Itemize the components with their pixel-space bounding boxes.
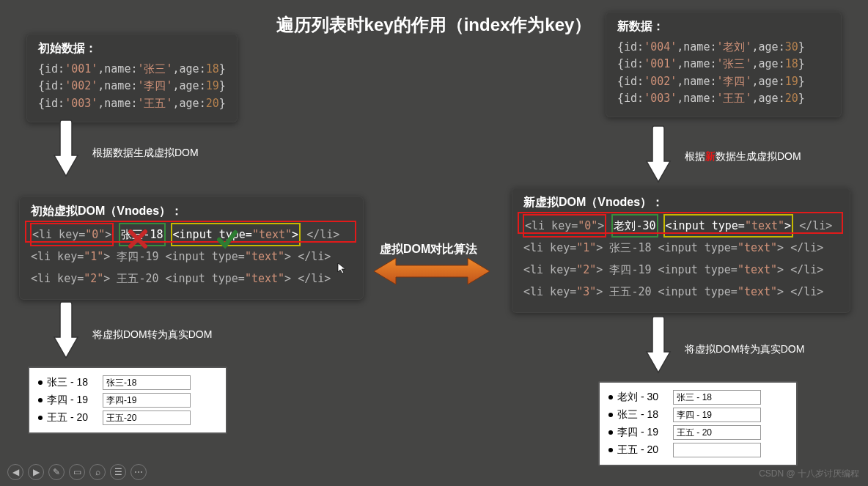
- new-data-panel: 新数据： {id:'004',name:'老刘',age:30} {id:'00…: [606, 12, 842, 117]
- initial-vdom-panel: 初始虚拟DOM（Vnodes）： <li key="0"> 张三-18 <inp…: [19, 196, 364, 300]
- watermark: CSDN @ 十八岁讨厌编程: [759, 468, 859, 480]
- pen-button[interactable]: ✎: [48, 464, 65, 480]
- vdom-line: <li key="2"> 王五-20 <input type="text"> <…: [31, 268, 352, 290]
- real-dom-right: 老刘 - 30 张三 - 18 李四 - 19 王五 - 20: [598, 381, 798, 466]
- gen-vdom-label-right: 根据新数据生成虚拟DOM: [685, 150, 801, 163]
- dom-row: 李四 - 19: [608, 424, 787, 441]
- arrow-down-icon: [645, 125, 672, 183]
- next-button[interactable]: ▶: [28, 464, 44, 480]
- dom-input[interactable]: [673, 425, 761, 440]
- vdom-line: <li key="1"> 张三-18 <input type="text"> <…: [523, 237, 839, 259]
- to-real-label: 将虚拟DOM转为真实DOM: [92, 328, 212, 342]
- new-data-title: 新数据：: [617, 19, 830, 34]
- dom-input[interactable]: [673, 443, 761, 457]
- double-arrow-icon: [374, 257, 490, 286]
- cursor-icon: [337, 262, 346, 274]
- vdom-line: <li key="3"> 王五-20 <input type="text"> <…: [523, 281, 839, 303]
- real-dom-left: 张三 - 18 李四 - 19 王五 - 20: [28, 367, 227, 434]
- frame-button[interactable]: ▭: [69, 464, 85, 480]
- new-data-row: {id:'002',name:'李四',age:19}: [617, 73, 830, 90]
- new-vdom-title: 新虚拟DOM（Vnodes）：: [523, 195, 839, 210]
- initial-data-row: {id:'001',name:'张三',age:18}: [38, 61, 226, 78]
- new-vdom-panel: 新虚拟DOM（Vnodes）： <li key="0"> 老刘-30 <inpu…: [512, 188, 850, 313]
- vdom-line: <li key="2"> 李四-19 <input type="text"> <…: [523, 259, 839, 281]
- initial-data-row: {id:'002',name:'李四',age:19}: [38, 78, 226, 95]
- initial-data-row: {id:'003',name:'王五',age:20}: [38, 95, 226, 112]
- dom-row: 李四 - 19: [38, 391, 217, 409]
- to-real-label-right: 将虚拟DOM转为真实DOM: [685, 343, 804, 356]
- vdom-line: <li key="0"> 老刘-30 <input type="text"> <…: [523, 215, 839, 237]
- vdom-line: <li key="0"> 张三-18 <input type="text"> <…: [31, 224, 352, 246]
- dom-row: 王五 - 20: [608, 441, 787, 459]
- new-data-row: {id:'004',name:'老刘',age:30}: [617, 39, 830, 56]
- new-data-row: {id:'001',name:'张三',age:18}: [617, 56, 830, 73]
- dom-input[interactable]: [103, 375, 191, 390]
- arrow-down-icon: [53, 119, 79, 177]
- toolbar: ◀ ▶ ✎ ▭ ⌕ ☰ ⋯: [7, 464, 147, 480]
- arrow-down-icon: [645, 315, 672, 374]
- dom-input[interactable]: [673, 408, 761, 422]
- prev-button[interactable]: ◀: [7, 464, 23, 480]
- zoom-button[interactable]: ⌕: [89, 464, 106, 480]
- initial-vdom-title: 初始虚拟DOM（Vnodes）：: [31, 204, 352, 219]
- dom-input[interactable]: [673, 390, 761, 405]
- dom-row: 张三 - 18: [38, 374, 217, 391]
- initial-data-panel: 初始数据： {id:'001',name:'张三',age:18} {id:'0…: [26, 34, 238, 122]
- dom-input[interactable]: [103, 410, 191, 425]
- arrow-down-icon: [53, 301, 79, 359]
- new-data-row: {id:'003',name:'王五',age:20}: [617, 90, 830, 107]
- dom-row: 老刘 - 30: [608, 389, 787, 406]
- diff-algo-label: 虚拟DOM对比算法: [380, 242, 477, 257]
- gen-vdom-label-left: 根据数据生成虚拟DOM: [92, 147, 199, 160]
- dom-input[interactable]: [103, 393, 191, 408]
- dom-row: 王五 - 20: [38, 409, 217, 427]
- more-button[interactable]: ⋯: [130, 464, 147, 480]
- dom-row: 张三 - 18: [608, 406, 787, 424]
- list-button[interactable]: ☰: [110, 464, 126, 480]
- vdom-line: <li key="1"> 李四-19 <input type="text"> <…: [31, 246, 352, 268]
- initial-data-title: 初始数据：: [38, 41, 226, 56]
